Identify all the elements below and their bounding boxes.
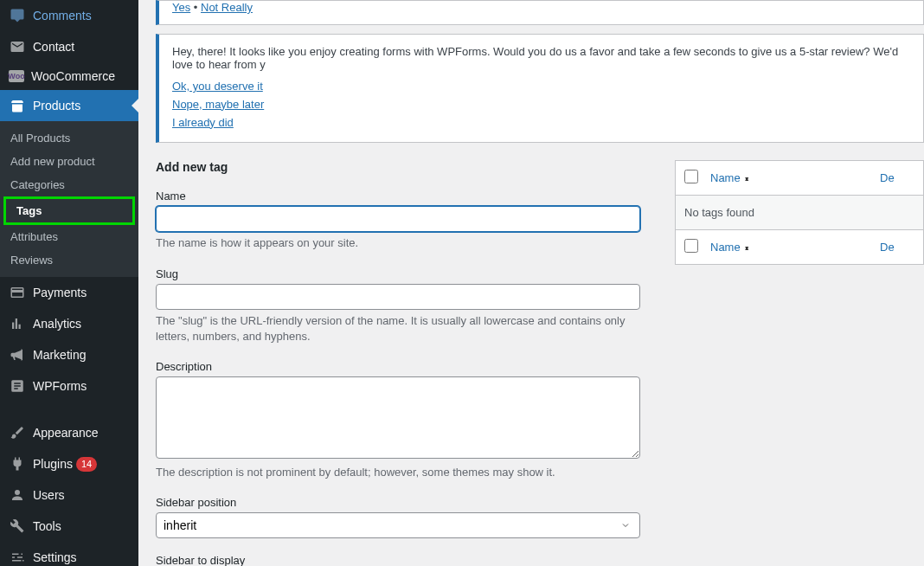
menu-settings[interactable]: Settings [0,542,138,566]
menu-tools[interactable]: Tools [0,511,138,542]
menu-label: Analytics [33,317,81,331]
wrench-icon [9,518,26,535]
menu-comments[interactable]: Comments [0,0,138,31]
plug-icon [9,455,26,473]
main-content: Yes • Not Really Hey, there! It looks li… [138,0,924,566]
col-desc-footer[interactable]: De [880,241,914,254]
menu-label: Contact [33,40,74,54]
slug-input[interactable] [156,284,640,310]
menu-appearance[interactable]: Appearance [0,417,138,448]
menu-label: WooCommerce [31,69,115,83]
archive-icon [9,97,26,114]
plugins-badge: 14 [76,457,97,472]
notice-rating-1: Yes • Not Really [156,0,924,25]
add-tag-form: Add new tag Name The name is how it appe… [156,160,640,566]
name-label: Name [156,190,640,203]
menu-payments[interactable]: Payments [0,277,138,308]
notice-no-link[interactable]: Not Really [201,1,253,14]
table-header: Name De [676,161,923,196]
sidebar-pos-select[interactable]: inherit [156,512,640,538]
menu-label: Appearance [33,426,99,440]
description-label: Description [156,360,640,373]
sliders-icon [9,549,26,566]
menu-wpforms[interactable]: WPForms [0,370,138,402]
submenu-tags[interactable]: Tags [6,199,132,222]
table-empty-row: No tags found [676,196,923,229]
menu-marketing[interactable]: Marketing [0,339,138,370]
submenu-all-products[interactable]: All Products [0,126,138,150]
menu-contact[interactable]: Contact [0,31,138,62]
submenu-attributes[interactable]: Attributes [0,225,138,248]
mail-icon [9,38,26,55]
select-all-checkbox[interactable] [684,170,698,183]
chart-icon [9,315,26,332]
sidebar-pos-label: Sidebar position [156,496,640,509]
menu-products[interactable]: Products [0,90,138,121]
megaphone-icon [9,346,26,363]
description-textarea[interactable] [156,376,640,459]
col-name-header[interactable]: Name [710,171,880,184]
menu-label: Tools [33,519,61,533]
menu-label: Comments [33,9,92,23]
notice-ok-link[interactable]: Ok, you deserve it [172,78,910,96]
submenu-categories[interactable]: Categories [0,173,138,196]
menu-label: Products [33,99,80,113]
submenu-add-new[interactable]: Add new product [0,150,138,173]
notice-wpforms: Hey, there! It looks like you enjoy crea… [156,34,924,143]
products-submenu: All Products Add new product Categories … [0,121,138,277]
col-desc-header[interactable]: De [880,171,914,184]
menu-label: Users [33,488,65,502]
slug-desc: The "slug" is the URL-friendly version o… [156,313,640,344]
name-input[interactable] [156,206,640,232]
menu-woocommerce[interactable]: Woo WooCommerce [0,62,138,90]
tags-highlight: Tags [3,196,135,225]
menu-label: Payments [33,286,87,299]
form-icon [9,377,26,395]
notice-did-link[interactable]: I already did [172,114,910,132]
notice-yes-link[interactable]: Yes [172,1,190,14]
menu-label: WPForms [33,379,87,393]
table-footer: Name De [676,229,923,264]
submenu-reviews[interactable]: Reviews [0,248,138,272]
credit-icon [9,284,26,301]
sidebar-disp-label: Sidebar to display [156,554,640,566]
user-icon [9,486,26,504]
notice-text: Hey, there! It looks like you enjoy crea… [172,45,910,71]
menu-label: Marketing [33,348,86,362]
comment-icon [9,7,26,24]
col-name-footer[interactable]: Name [710,241,880,254]
menu-label: Plugins [33,457,73,471]
admin-sidebar: Comments Contact Woo WooCommerce Product… [0,0,138,566]
tags-list: Name De No tags found Name De [675,160,924,566]
form-heading: Add new tag [156,160,640,174]
description-desc: The description is not prominent by defa… [156,465,640,480]
menu-analytics[interactable]: Analytics [0,308,138,339]
select-all-footer-checkbox[interactable] [684,239,698,253]
woo-icon: Woo [9,70,24,82]
menu-plugins[interactable]: Plugins 14 [0,448,138,479]
notice-later-link[interactable]: Nope, maybe later [172,96,910,114]
name-desc: The name is how it appears on your site. [156,235,640,251]
menu-label: Settings [33,550,77,564]
menu-users[interactable]: Users [0,479,138,511]
brush-icon [9,424,26,441]
slug-label: Slug [156,267,640,280]
